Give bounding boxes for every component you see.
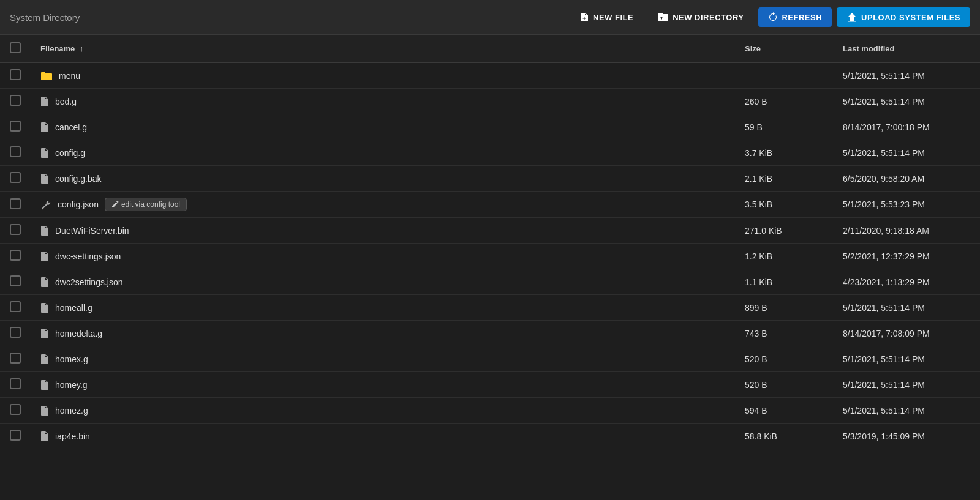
table-row: config.json edit via config tool 3.5 KiB…: [0, 192, 980, 218]
row-checkbox-11[interactable]: [10, 353, 21, 364]
table-row: dwc-settings.json 1.2 KiB5/2/2021, 12:37…: [0, 244, 980, 269]
filename-cell: iap4e.bin: [40, 431, 725, 442]
external-edit-icon: [111, 201, 119, 208]
table-row: homez.g 594 B5/1/2021, 5:51:14 PM: [0, 398, 980, 424]
table-row: homedelta.g 743 B8/14/2017, 7:08:09 PM: [0, 321, 980, 346]
file-size: 520 B: [735, 372, 833, 398]
file-size: 271.0 KiB: [735, 218, 833, 244]
upload-icon: [846, 12, 858, 22]
filename-text: dwc-settings.json: [55, 252, 121, 261]
file-modified: 5/2/2021, 12:37:29 PM: [833, 244, 980, 269]
file-modified: 5/1/2021, 5:51:14 PM: [833, 398, 980, 424]
table-row: bed.g 260 B5/1/2021, 5:51:14 PM: [0, 89, 980, 114]
table-row: dwc2settings.json 1.1 KiB4/23/2021, 1:13…: [0, 269, 980, 295]
file-modified: 6/5/2020, 9:58:20 AM: [833, 166, 980, 192]
row-checkbox-1[interactable]: [10, 95, 21, 106]
filename-text: DuetWiFiServer.bin: [55, 226, 129, 236]
file-icon: [40, 277, 49, 288]
filename-text: homez.g: [55, 406, 88, 416]
row-checkbox-9[interactable]: [10, 301, 21, 312]
size-header[interactable]: Size: [735, 35, 833, 63]
file-icon: [40, 225, 49, 236]
row-checkbox-13[interactable]: [10, 404, 21, 415]
row-checkbox-2[interactable]: [10, 121, 21, 132]
file-size: 58.8 KiB: [735, 424, 833, 449]
file-size: 594 B: [735, 398, 833, 424]
new-file-label: NEW FILE: [593, 13, 633, 22]
row-checkbox-14[interactable]: [10, 430, 21, 441]
file-modified: 5/1/2021, 5:53:23 PM: [833, 192, 980, 218]
table-row: homey.g 520 B5/1/2021, 5:51:14 PM: [0, 372, 980, 398]
file-modified: 5/1/2021, 5:51:14 PM: [833, 140, 980, 166]
filename-cell: homey.g: [40, 379, 725, 390]
table-row: config.g 3.7 KiB5/1/2021, 5:51:14 PM: [0, 140, 980, 166]
table-row: iap4e.bin 58.8 KiB5/3/2019, 1:45:09 PM: [0, 424, 980, 449]
filename-text: config.g: [55, 148, 85, 158]
refresh-button[interactable]: REFRESH: [758, 7, 832, 27]
row-checkbox-6[interactable]: [10, 224, 21, 235]
upload-label: UPLOAD SYSTEM FILES: [861, 13, 960, 22]
file-modified: 8/14/2017, 7:08:09 PM: [833, 321, 980, 346]
modified-header[interactable]: Last modified: [833, 35, 980, 63]
filename-cell: cancel.g: [40, 122, 725, 133]
file-icon: [40, 147, 49, 159]
file-icon: [40, 405, 49, 416]
file-icon: [40, 96, 49, 107]
row-checkbox-7[interactable]: [10, 250, 21, 261]
filename-text: cancel.g: [55, 122, 87, 132]
table-row: homex.g 520 B5/1/2021, 5:51:14 PM: [0, 346, 980, 372]
filename-cell: homez.g: [40, 405, 725, 416]
file-icon: [40, 431, 49, 442]
edit-config-button[interactable]: edit via config tool: [105, 198, 187, 211]
file-icon: [40, 302, 49, 313]
table-row: homeall.g 899 B5/1/2021, 5:51:14 PM: [0, 295, 980, 321]
row-checkbox-12[interactable]: [10, 378, 21, 389]
refresh-label: REFRESH: [782, 13, 822, 22]
page-title: System Directory: [10, 12, 570, 23]
file-modified: 5/1/2021, 5:51:14 PM: [833, 372, 980, 398]
filename-text: config.g.bak: [55, 174, 102, 184]
filename-text: homey.g: [55, 380, 88, 390]
filename-text: homex.g: [55, 354, 88, 364]
file-size: 260 B: [735, 89, 833, 114]
folder-plus-icon: [658, 12, 669, 22]
file-modified: 5/1/2021, 5:51:14 PM: [833, 63, 980, 89]
filename-text: dwc2settings.json: [55, 277, 123, 287]
row-checkbox-5[interactable]: [10, 198, 21, 209]
filename-header-label: Filename: [40, 44, 75, 53]
file-modified: 5/1/2021, 5:51:14 PM: [833, 346, 980, 372]
table-row: menu 5/1/2021, 5:51:14 PM: [0, 63, 980, 89]
filename-cell: homex.g: [40, 354, 725, 365]
filename-cell: DuetWiFiServer.bin: [40, 225, 725, 236]
file-size: 3.5 KiB: [735, 192, 833, 218]
filename-header[interactable]: Filename ↑: [31, 35, 735, 63]
select-all-checkbox[interactable]: [10, 42, 21, 53]
row-checkbox-0[interactable]: [10, 69, 21, 80]
file-icon: [40, 328, 49, 339]
filename-text: homedelta.g: [55, 329, 102, 338]
filename-cell: homeall.g: [40, 302, 725, 313]
wrench-icon: [40, 199, 51, 210]
file-modified: 5/3/2019, 1:45:09 PM: [833, 424, 980, 449]
file-table: Filename ↑ Size Last modified menu 5/1/2…: [0, 35, 980, 449]
row-checkbox-8[interactable]: [10, 275, 21, 286]
new-directory-button[interactable]: NEW DIRECTORY: [648, 7, 753, 27]
file-icon: [40, 379, 49, 390]
filename-cell: config.g.bak: [40, 173, 725, 184]
row-checkbox-3[interactable]: [10, 146, 21, 157]
select-all-header[interactable]: [0, 35, 31, 63]
file-modified: 4/23/2021, 1:13:29 PM: [833, 269, 980, 295]
file-size: 1.2 KiB: [735, 244, 833, 269]
folder-icon: [40, 71, 53, 81]
file-size: 2.1 KiB: [735, 166, 833, 192]
filename-cell: menu: [40, 71, 725, 81]
file-size: [735, 63, 833, 89]
new-file-button[interactable]: NEW FILE: [570, 7, 643, 27]
row-checkbox-10[interactable]: [10, 327, 21, 338]
table-row: cancel.g 59 B8/14/2017, 7:00:18 PM: [0, 114, 980, 140]
upload-button[interactable]: UPLOAD SYSTEM FILES: [837, 7, 970, 27]
filename-text: homeall.g: [55, 303, 92, 313]
file-size: 520 B: [735, 346, 833, 372]
filename-text: config.json: [58, 200, 99, 209]
row-checkbox-4[interactable]: [10, 172, 21, 183]
